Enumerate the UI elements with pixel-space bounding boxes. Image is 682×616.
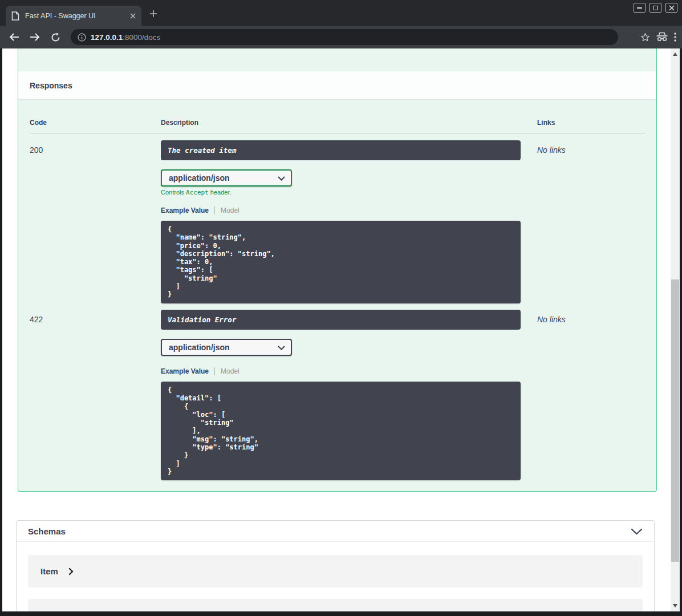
browser-chrome: Fast API - Swagger UI	[0, 0, 682, 48]
column-header-description: Description	[161, 119, 537, 127]
url-bar[interactable]: 127.0.0.1:8000/docs	[71, 29, 618, 45]
response-code: 422	[30, 310, 161, 480]
response-description: The created item	[161, 140, 521, 160]
forward-button[interactable]	[26, 29, 43, 46]
tab-example-value[interactable]: Example Value	[161, 367, 209, 375]
response-description-cell: The created item application/json Contro…	[161, 140, 537, 303]
post-opblock-body: Responses Code Description Links 200 The…	[18, 48, 657, 492]
response-description-cell: Validation Error application/json Exampl…	[161, 310, 537, 480]
chevron-down-icon[interactable]	[631, 528, 643, 535]
chevron-right-icon	[112, 611, 117, 612]
column-header-code: Code	[30, 119, 161, 127]
responses-table-header: Code Description Links	[30, 111, 645, 133]
tab-close-icon[interactable]	[130, 13, 136, 19]
media-type-select-200[interactable]: application/json	[161, 169, 292, 187]
accept-header-note: Controls Accept header.	[161, 189, 537, 196]
responses-title: Responses	[30, 81, 72, 90]
schemas-title: Schemas	[28, 526, 66, 536]
model-card-item[interactable]: Item	[28, 555, 643, 587]
schemas-models: Item ValidationError	[17, 542, 654, 611]
example-json-422: { "detail": [ { "loc": [ "string" ], "ms…	[168, 386, 514, 476]
maximize-icon	[653, 6, 658, 10]
example-json-block-422[interactable]: { "detail": [ { "loc": [ "string" ], "ms…	[161, 382, 521, 480]
response-description: Validation Error	[161, 310, 521, 330]
tab-example-value[interactable]: Example Value	[161, 206, 209, 214]
response-links: No links	[537, 140, 645, 303]
responses-table: Code Description Links 200 The created i…	[18, 99, 656, 491]
reload-button[interactable]	[47, 29, 64, 46]
scroll-down-icon[interactable]	[673, 604, 677, 607]
page-scrollbar[interactable]	[671, 48, 680, 611]
example-model-tabs: Example Value Model	[161, 367, 537, 375]
column-header-links: Links	[537, 119, 645, 127]
example-model-tabs: Example Value Model	[161, 206, 537, 214]
model-name: ValidationError	[40, 610, 102, 611]
swagger-ui-content: Responses Code Description Links 200 The…	[2, 48, 671, 611]
response-code: 200	[30, 140, 161, 303]
bookmark-star-icon[interactable]	[640, 33, 650, 42]
minimize-icon	[637, 7, 642, 9]
close-button[interactable]	[665, 3, 677, 13]
chevron-down-icon	[278, 346, 285, 350]
model-card-validationerror[interactable]: ValidationError	[28, 599, 643, 611]
maximize-button[interactable]	[649, 3, 661, 13]
url-host: 127.0.0.1	[91, 33, 123, 42]
browser-menu-icon[interactable]	[674, 33, 676, 42]
close-icon	[669, 5, 675, 11]
tab-divider	[214, 206, 215, 214]
chevron-down-icon	[278, 176, 285, 181]
response-row-200: 200 The created item application/json Co…	[30, 133, 645, 303]
url-text: 127.0.0.1:8000/docs	[91, 33, 160, 42]
minimize-button[interactable]	[634, 3, 646, 13]
responses-section-header: Responses	[18, 71, 656, 99]
url-path: :8000/docs	[123, 33, 160, 42]
incognito-icon	[656, 32, 668, 42]
toolbar-right-icons	[640, 32, 676, 42]
schemas-section: Schemas Item ValidationError	[16, 520, 655, 611]
response-row-422: 422 Validation Error application/json Ex…	[30, 303, 645, 480]
browser-tab[interactable]: Fast API - Swagger UI	[6, 6, 141, 26]
browser-toolbar: 127.0.0.1:8000/docs	[0, 26, 682, 48]
model-name: Item	[40, 566, 58, 576]
example-json-200: { "name": "string", "price": 0, "descrip…	[168, 225, 514, 299]
page-favicon-icon	[11, 11, 19, 21]
new-tab-button[interactable]	[149, 10, 157, 18]
site-info-icon[interactable]	[78, 33, 86, 42]
window-controls	[634, 3, 677, 13]
scroll-up-icon[interactable]	[673, 52, 677, 56]
tab-title: Fast API - Swagger UI	[25, 12, 130, 20]
tab-model[interactable]: Model	[221, 367, 239, 375]
scrollbar-thumb[interactable]	[671, 279, 679, 562]
tab-model[interactable]: Model	[221, 206, 239, 214]
schemas-header[interactable]: Schemas	[17, 521, 654, 542]
example-json-block-200[interactable]: { "name": "string", "price": 0, "descrip…	[161, 221, 521, 303]
opblock-spacer	[18, 48, 656, 71]
tab-divider	[214, 367, 215, 375]
page-viewport: Responses Code Description Links 200 The…	[2, 48, 680, 611]
response-links: No links	[537, 310, 645, 480]
chevron-right-icon	[68, 568, 74, 576]
media-type-select-422[interactable]: application/json	[161, 339, 292, 356]
tab-strip: Fast API - Swagger UI	[0, 0, 682, 26]
back-button[interactable]	[6, 29, 23, 46]
